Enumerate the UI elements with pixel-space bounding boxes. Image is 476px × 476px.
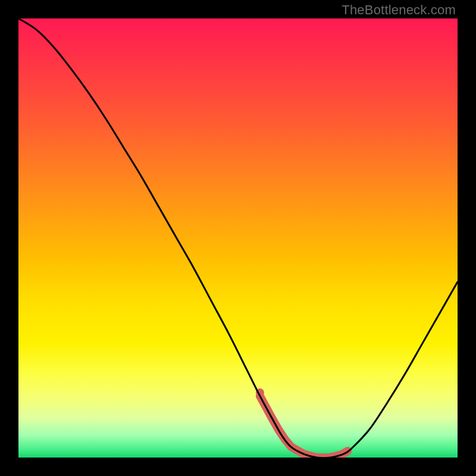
bottleneck-curve [18, 18, 458, 458]
flat-segment-marker [260, 396, 348, 458]
bottleneck-curve-svg [18, 18, 458, 458]
chart-frame: TheBottleneck.com [0, 0, 476, 476]
watermark-text: TheBottleneck.com [342, 2, 456, 18]
plot-area [18, 18, 458, 458]
